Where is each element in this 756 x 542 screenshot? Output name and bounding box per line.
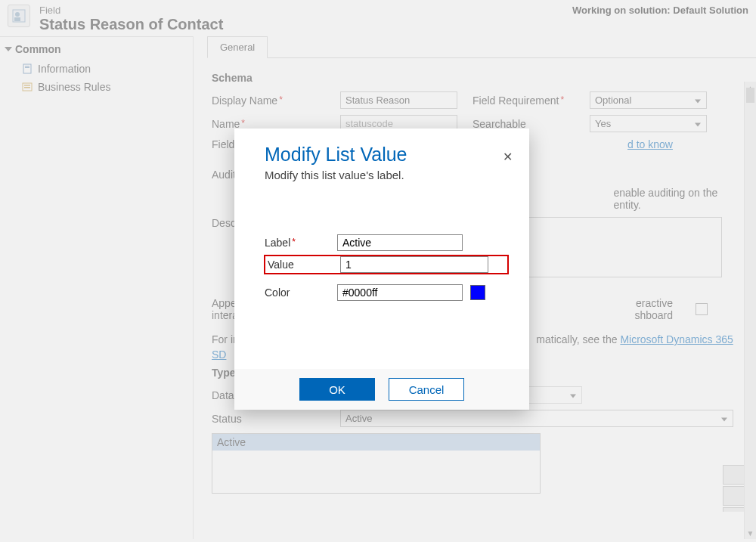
label-status: Status (212, 413, 340, 425)
svg-rect-5 (25, 67, 29, 68)
ok-button[interactable]: OK (299, 378, 375, 401)
label-input[interactable] (337, 234, 463, 251)
color-input[interactable] (337, 284, 463, 301)
close-icon[interactable]: ✕ (503, 150, 513, 164)
sidebar-section-common[interactable]: Common (0, 39, 193, 60)
scroll-down-icon[interactable]: ▼ (745, 527, 756, 539)
dialog-subtitle: Modify this list value's label. (265, 169, 508, 181)
header-supertitle: Field (39, 5, 572, 16)
svg-rect-7 (24, 85, 30, 86)
sidebar-item-label: Information (38, 63, 91, 75)
list-item[interactable]: Active (212, 434, 540, 451)
sidebar: Common Information Business Rules (0, 36, 193, 539)
auditing-note: enable auditing on the entity. (613, 187, 733, 211)
header-title: Status Reason of Contact (39, 16, 572, 33)
section-schema: Schema (212, 72, 733, 84)
sidebar-item-label: Business Rules (38, 81, 111, 93)
modify-list-value-dialog: ✕ Modify List Value Modify this list val… (234, 129, 529, 410)
sidebar-item-information[interactable]: Information (0, 60, 193, 78)
searchable-select[interactable]: Yes (590, 115, 707, 132)
sidebar-item-business-rules[interactable]: Business Rules (0, 78, 193, 96)
page-icon (21, 63, 33, 75)
options-list[interactable]: Active (212, 433, 541, 494)
dialog-title: Modify List Value (265, 144, 508, 166)
color-swatch[interactable] (470, 285, 485, 300)
scroll-thumb[interactable] (746, 88, 754, 103)
value-input[interactable] (340, 256, 488, 273)
working-on-solution: Working on solution: Default Solution (572, 5, 748, 16)
label-display-name: Display Name (212, 94, 340, 107)
svg-rect-2 (14, 17, 20, 21)
label-modal-color: Color (265, 286, 337, 299)
chevron-down-icon (5, 47, 12, 51)
dashboard-checkbox[interactable] (696, 303, 708, 315)
label-modal-value: Value (265, 259, 340, 271)
rules-icon (21, 81, 33, 93)
svg-rect-3 (23, 64, 31, 73)
svg-rect-4 (25, 66, 29, 67)
svg-rect-8 (24, 87, 30, 88)
entity-icon (8, 5, 30, 27)
need-to-know-link[interactable]: d to know (627, 138, 673, 150)
display-name-input[interactable] (340, 91, 457, 109)
vertical-scrollbar[interactable]: ▲ ▼ (744, 82, 756, 539)
status-select[interactable]: Active (340, 410, 733, 427)
tab-general[interactable]: General (207, 36, 268, 58)
info-mid: matically, see the (536, 333, 620, 345)
label-modal-label: Label (265, 237, 337, 249)
field-requirement-select[interactable]: Optional (590, 91, 707, 109)
cancel-button[interactable]: Cancel (389, 378, 464, 401)
svg-point-1 (15, 12, 20, 17)
label-field-requirement: Field Requirement (472, 94, 590, 107)
